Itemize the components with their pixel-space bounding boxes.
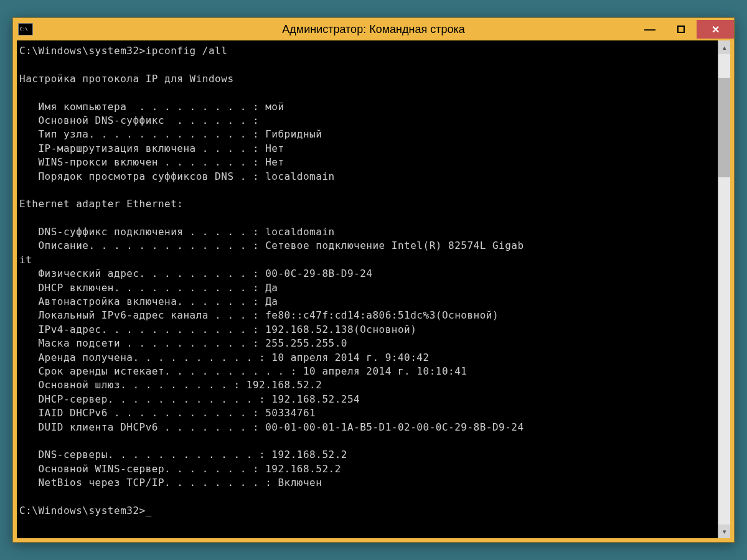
subnet-mask-line: Маска подсети . . . . . . . . . . : 255.… [19,337,347,349]
lease-obtained-line: Аренда получена. . . . . . . . . . : 10 … [19,352,430,363]
scroll-thumb[interactable] [718,78,730,177]
window-title: Администратор: Командная строка [282,23,464,36]
maximize-button[interactable] [665,20,697,39]
ipv6-local-line: Локальный IPv6-адрес канала . . . : fe80… [19,309,499,321]
dns-suffix-line: Основной DNS-суффикс . . . . . . : [19,114,259,126]
titlebar[interactable]: Администратор: Командная строка — ✕ [13,18,734,40]
vertical-scrollbar[interactable]: ▴ ▾ [718,40,730,538]
dhcp-enabled-line: DHCP включен. . . . . . . . . . . : Да [19,282,278,294]
dns-search-line: Порядок просмотра суффиксов DNS . : loca… [19,170,335,182]
hostname-line: Имя компьютера . . . . . . . . . : мой [19,101,284,113]
duid-line: DUID клиента DHCPv6 . . . . . . . : 00-0… [19,421,524,433]
cmd-icon [18,23,33,35]
adapter-header: Ethernet adapter Ethernet: [19,198,183,210]
physical-address-line: Физический адрес. . . . . . . . . : 00-0… [19,268,372,279]
cmd-window: Администратор: Командная строка — ✕ C:\W… [12,17,735,543]
iaid-line: IAID DHCPv6 . . . . . . . . . . . : 5033… [19,407,316,419]
scroll-down-arrow-icon[interactable]: ▾ [718,525,730,538]
ip-routing-line: IP-маршрутизация включена . . . . : Нет [19,142,284,154]
terminal-area: C:\Windows\system32>ipconfig /all Настро… [17,40,730,538]
wins-server-line: Основной WINS-сервер. . . . . . . : 192.… [19,463,341,475]
terminal-output[interactable]: C:\Windows\system32>ipconfig /all Настро… [17,40,718,538]
wins-proxy-line: WINS-прокси включен . . . . . . . : Нет [19,156,284,168]
ipv4-address-line: IPv4-адрес. . . . . . . . . . . . : 192.… [19,324,416,335]
close-button[interactable]: ✕ [697,20,734,39]
scroll-up-arrow-icon[interactable]: ▴ [718,40,730,54]
autoconfig-line: Автонастройка включена. . . . . . : Да [19,296,278,307]
node-type-line: Тип узла. . . . . . . . . . . . . : Гибр… [19,128,322,140]
lease-expires-line: Срок аренды истекает. . . . . . . . . . … [19,365,467,377]
gateway-line: Основной шлюз. . . . . . . . . : 192.168… [19,379,322,391]
prompt-line: C:\Windows\system32>ipconfig /all [19,45,227,57]
netbios-line: NetBios через TCP/IP. . . . . . . . : Вк… [19,477,322,488]
description-wrap: it [19,254,32,266]
dns-servers-line: DNS-серверы. . . . . . . . . . . . : 192… [19,449,347,460]
minimize-button[interactable]: — [634,20,665,39]
prompt-line: C:\Windows\system32>_ [19,505,152,516]
window-controls: — ✕ [634,20,734,39]
conn-suffix-line: DNS-суффикс подключения . . . . . : loca… [19,226,335,238]
description-line: Описание. . . . . . . . . . . . . : Сете… [19,240,524,251]
dhcp-server-line: DHCP-сервер. . . . . . . . . . . . : 192… [19,393,360,405]
ip-config-header: Настройка протокола IP для Windows [19,73,234,85]
